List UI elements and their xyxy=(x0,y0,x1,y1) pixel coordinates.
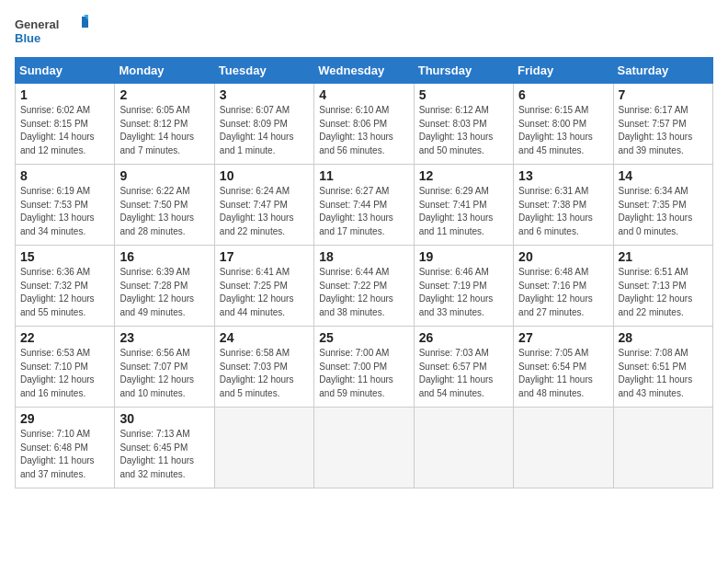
day-info: Sunrise: 6:15 AM Sunset: 8:00 PM Dayligh… xyxy=(518,104,608,157)
calendar-day-cell: 7Sunrise: 6:17 AM Sunset: 7:57 PM Daylig… xyxy=(613,84,712,165)
calendar-header-monday: Monday xyxy=(115,58,214,84)
calendar-day-cell: 18Sunrise: 6:44 AM Sunset: 7:22 PM Dayli… xyxy=(314,246,414,327)
calendar-day-cell: 13Sunrise: 6:31 AM Sunset: 7:38 PM Dayli… xyxy=(514,165,613,246)
day-number: 8 xyxy=(20,168,109,183)
calendar-header-thursday: Thursday xyxy=(414,58,513,84)
logo-svg: General Blue xyxy=(15,15,88,48)
calendar-day-cell: 11Sunrise: 6:27 AM Sunset: 7:44 PM Dayli… xyxy=(314,165,414,246)
day-number: 22 xyxy=(20,330,109,345)
calendar-week-row: 1Sunrise: 6:02 AM Sunset: 8:15 PM Daylig… xyxy=(16,84,713,165)
day-info: Sunrise: 7:03 AM Sunset: 6:57 PM Dayligh… xyxy=(419,347,508,400)
svg-text:General: General xyxy=(15,17,59,31)
calendar-day-cell xyxy=(514,408,613,488)
day-info: Sunrise: 6:19 AM Sunset: 7:53 PM Dayligh… xyxy=(20,185,109,238)
day-info: Sunrise: 6:22 AM Sunset: 7:50 PM Dayligh… xyxy=(119,185,209,238)
day-number: 16 xyxy=(119,249,209,264)
calendar-day-cell: 14Sunrise: 6:34 AM Sunset: 7:35 PM Dayli… xyxy=(613,165,712,246)
calendar-day-cell: 27Sunrise: 7:05 AM Sunset: 6:54 PM Dayli… xyxy=(514,327,613,408)
calendar-day-cell xyxy=(214,408,313,488)
day-number: 9 xyxy=(119,168,209,183)
calendar-day-cell: 10Sunrise: 6:24 AM Sunset: 7:47 PM Dayli… xyxy=(214,165,313,246)
day-number: 26 xyxy=(419,330,508,345)
day-info: Sunrise: 7:08 AM Sunset: 6:51 PM Dayligh… xyxy=(619,347,708,400)
calendar-day-cell xyxy=(314,408,414,488)
day-number: 10 xyxy=(220,168,309,183)
day-info: Sunrise: 6:34 AM Sunset: 7:35 PM Dayligh… xyxy=(619,185,708,238)
calendar-day-cell: 23Sunrise: 6:56 AM Sunset: 7:07 PM Dayli… xyxy=(115,327,214,408)
calendar-day-cell: 22Sunrise: 6:53 AM Sunset: 7:10 PM Dayli… xyxy=(16,327,115,408)
day-number: 25 xyxy=(319,330,408,345)
day-number: 5 xyxy=(419,87,508,102)
day-info: Sunrise: 6:36 AM Sunset: 7:32 PM Dayligh… xyxy=(20,266,109,319)
day-info: Sunrise: 6:12 AM Sunset: 8:03 PM Dayligh… xyxy=(419,104,508,157)
calendar-day-cell: 12Sunrise: 6:29 AM Sunset: 7:41 PM Dayli… xyxy=(414,165,513,246)
day-info: Sunrise: 6:29 AM Sunset: 7:41 PM Dayligh… xyxy=(419,185,508,238)
day-info: Sunrise: 7:00 AM Sunset: 7:00 PM Dayligh… xyxy=(319,347,408,400)
logo: General Blue xyxy=(15,15,88,48)
calendar-week-row: 22Sunrise: 6:53 AM Sunset: 7:10 PM Dayli… xyxy=(16,327,713,408)
day-info: Sunrise: 7:13 AM Sunset: 6:45 PM Dayligh… xyxy=(119,428,209,481)
day-info: Sunrise: 6:17 AM Sunset: 7:57 PM Dayligh… xyxy=(619,104,708,157)
calendar-day-cell: 15Sunrise: 6:36 AM Sunset: 7:32 PM Dayli… xyxy=(16,246,115,327)
day-info: Sunrise: 6:56 AM Sunset: 7:07 PM Dayligh… xyxy=(119,347,209,400)
day-number: 17 xyxy=(220,249,309,264)
calendar-day-cell: 8Sunrise: 6:19 AM Sunset: 7:53 PM Daylig… xyxy=(16,165,115,246)
day-info: Sunrise: 6:51 AM Sunset: 7:13 PM Dayligh… xyxy=(619,266,708,319)
day-info: Sunrise: 6:53 AM Sunset: 7:10 PM Dayligh… xyxy=(20,347,109,400)
calendar-header-row: SundayMondayTuesdayWednesdayThursdayFrid… xyxy=(16,58,713,84)
day-number: 15 xyxy=(20,249,109,264)
day-number: 3 xyxy=(220,87,309,102)
calendar-day-cell: 30Sunrise: 7:13 AM Sunset: 6:45 PM Dayli… xyxy=(115,408,214,488)
day-number: 24 xyxy=(220,330,309,345)
calendar-day-cell: 1Sunrise: 6:02 AM Sunset: 8:15 PM Daylig… xyxy=(16,84,115,165)
day-number: 27 xyxy=(518,330,608,345)
day-number: 23 xyxy=(119,330,209,345)
calendar-day-cell xyxy=(613,408,712,488)
day-number: 12 xyxy=(419,168,508,183)
day-info: Sunrise: 6:41 AM Sunset: 7:25 PM Dayligh… xyxy=(220,266,309,319)
day-number: 7 xyxy=(619,87,708,102)
day-info: Sunrise: 6:31 AM Sunset: 7:38 PM Dayligh… xyxy=(518,185,608,238)
calendar-header-saturday: Saturday xyxy=(613,58,712,84)
day-info: Sunrise: 7:10 AM Sunset: 6:48 PM Dayligh… xyxy=(20,428,109,481)
calendar-header-friday: Friday xyxy=(514,58,613,84)
calendar-day-cell: 17Sunrise: 6:41 AM Sunset: 7:25 PM Dayli… xyxy=(214,246,313,327)
calendar-header-wednesday: Wednesday xyxy=(314,58,414,84)
day-number: 19 xyxy=(419,249,508,264)
day-number: 28 xyxy=(619,330,708,345)
day-number: 6 xyxy=(518,87,608,102)
day-info: Sunrise: 6:39 AM Sunset: 7:28 PM Dayligh… xyxy=(119,266,209,319)
calendar-day-cell: 24Sunrise: 6:58 AM Sunset: 7:03 PM Dayli… xyxy=(214,327,313,408)
calendar-day-cell: 28Sunrise: 7:08 AM Sunset: 6:51 PM Dayli… xyxy=(613,327,712,408)
calendar-day-cell: 2Sunrise: 6:05 AM Sunset: 8:12 PM Daylig… xyxy=(115,84,214,165)
day-number: 4 xyxy=(319,87,408,102)
svg-text:Blue: Blue xyxy=(15,31,40,45)
calendar-body: 1Sunrise: 6:02 AM Sunset: 8:15 PM Daylig… xyxy=(16,84,713,488)
day-number: 29 xyxy=(20,411,109,426)
day-info: Sunrise: 7:05 AM Sunset: 6:54 PM Dayligh… xyxy=(518,347,608,400)
calendar-day-cell: 16Sunrise: 6:39 AM Sunset: 7:28 PM Dayli… xyxy=(115,246,214,327)
calendar-header-sunday: Sunday xyxy=(16,58,115,84)
day-info: Sunrise: 6:07 AM Sunset: 8:09 PM Dayligh… xyxy=(220,104,309,157)
day-info: Sunrise: 6:46 AM Sunset: 7:19 PM Dayligh… xyxy=(419,266,508,319)
calendar-day-cell: 26Sunrise: 7:03 AM Sunset: 6:57 PM Dayli… xyxy=(414,327,513,408)
day-info: Sunrise: 6:27 AM Sunset: 7:44 PM Dayligh… xyxy=(319,185,408,238)
calendar-day-cell: 3Sunrise: 6:07 AM Sunset: 8:09 PM Daylig… xyxy=(214,84,313,165)
calendar-week-row: 8Sunrise: 6:19 AM Sunset: 7:53 PM Daylig… xyxy=(16,165,713,246)
day-number: 2 xyxy=(119,87,209,102)
day-number: 11 xyxy=(319,168,408,183)
calendar-day-cell: 19Sunrise: 6:46 AM Sunset: 7:19 PM Dayli… xyxy=(414,246,513,327)
calendar-day-cell: 29Sunrise: 7:10 AM Sunset: 6:48 PM Dayli… xyxy=(16,408,115,488)
calendar-table: SundayMondayTuesdayWednesdayThursdayFrid… xyxy=(15,57,713,488)
day-info: Sunrise: 6:48 AM Sunset: 7:16 PM Dayligh… xyxy=(518,266,608,319)
calendar-day-cell xyxy=(414,408,513,488)
day-number: 18 xyxy=(319,249,408,264)
calendar-day-cell: 9Sunrise: 6:22 AM Sunset: 7:50 PM Daylig… xyxy=(115,165,214,246)
calendar-day-cell: 4Sunrise: 6:10 AM Sunset: 8:06 PM Daylig… xyxy=(314,84,414,165)
calendar-header-tuesday: Tuesday xyxy=(214,58,313,84)
day-number: 13 xyxy=(518,168,608,183)
calendar-day-cell: 5Sunrise: 6:12 AM Sunset: 8:03 PM Daylig… xyxy=(414,84,513,165)
calendar-week-row: 15Sunrise: 6:36 AM Sunset: 7:32 PM Dayli… xyxy=(16,246,713,327)
day-number: 14 xyxy=(619,168,708,183)
day-info: Sunrise: 6:58 AM Sunset: 7:03 PM Dayligh… xyxy=(220,347,309,400)
